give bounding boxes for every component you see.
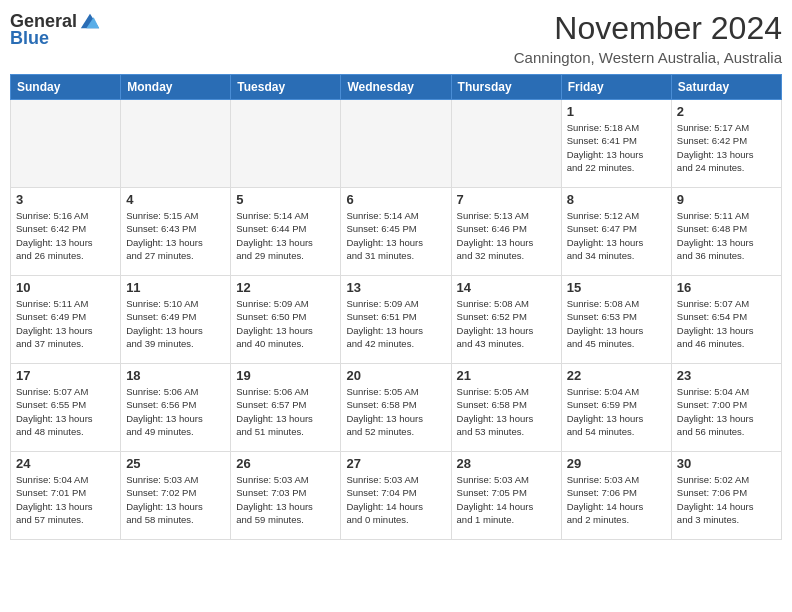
day-info: Sunrise: 5:08 AM Sunset: 6:52 PM Dayligh…	[457, 297, 556, 350]
weekday-header-monday: Monday	[121, 75, 231, 100]
day-number: 12	[236, 280, 335, 295]
calendar-cell: 23Sunrise: 5:04 AM Sunset: 7:00 PM Dayli…	[671, 364, 781, 452]
calendar-table: SundayMondayTuesdayWednesdayThursdayFrid…	[10, 74, 782, 540]
calendar-cell: 15Sunrise: 5:08 AM Sunset: 6:53 PM Dayli…	[561, 276, 671, 364]
calendar-cell: 20Sunrise: 5:05 AM Sunset: 6:58 PM Dayli…	[341, 364, 451, 452]
calendar-cell: 10Sunrise: 5:11 AM Sunset: 6:49 PM Dayli…	[11, 276, 121, 364]
day-number: 29	[567, 456, 666, 471]
calendar-week-row: 17Sunrise: 5:07 AM Sunset: 6:55 PM Dayli…	[11, 364, 782, 452]
day-info: Sunrise: 5:05 AM Sunset: 6:58 PM Dayligh…	[346, 385, 445, 438]
day-number: 27	[346, 456, 445, 471]
calendar-cell: 4Sunrise: 5:15 AM Sunset: 6:43 PM Daylig…	[121, 188, 231, 276]
day-number: 30	[677, 456, 776, 471]
calendar-cell: 3Sunrise: 5:16 AM Sunset: 6:42 PM Daylig…	[11, 188, 121, 276]
day-number: 23	[677, 368, 776, 383]
day-number: 8	[567, 192, 666, 207]
weekday-header-saturday: Saturday	[671, 75, 781, 100]
calendar-cell: 9Sunrise: 5:11 AM Sunset: 6:48 PM Daylig…	[671, 188, 781, 276]
title-block: November 2024 Cannington, Western Austra…	[514, 10, 782, 66]
day-info: Sunrise: 5:09 AM Sunset: 6:50 PM Dayligh…	[236, 297, 335, 350]
calendar-cell: 28Sunrise: 5:03 AM Sunset: 7:05 PM Dayli…	[451, 452, 561, 540]
day-number: 22	[567, 368, 666, 383]
day-info: Sunrise: 5:07 AM Sunset: 6:54 PM Dayligh…	[677, 297, 776, 350]
day-number: 4	[126, 192, 225, 207]
logo-blue-text: Blue	[10, 28, 49, 49]
day-number: 10	[16, 280, 115, 295]
weekday-header-thursday: Thursday	[451, 75, 561, 100]
day-number: 1	[567, 104, 666, 119]
day-number: 5	[236, 192, 335, 207]
calendar-cell: 27Sunrise: 5:03 AM Sunset: 7:04 PM Dayli…	[341, 452, 451, 540]
day-number: 2	[677, 104, 776, 119]
day-info: Sunrise: 5:04 AM Sunset: 6:59 PM Dayligh…	[567, 385, 666, 438]
day-info: Sunrise: 5:14 AM Sunset: 6:45 PM Dayligh…	[346, 209, 445, 262]
calendar-cell: 29Sunrise: 5:03 AM Sunset: 7:06 PM Dayli…	[561, 452, 671, 540]
calendar-cell: 5Sunrise: 5:14 AM Sunset: 6:44 PM Daylig…	[231, 188, 341, 276]
calendar-cell	[11, 100, 121, 188]
day-number: 25	[126, 456, 225, 471]
day-info: Sunrise: 5:10 AM Sunset: 6:49 PM Dayligh…	[126, 297, 225, 350]
calendar-cell: 16Sunrise: 5:07 AM Sunset: 6:54 PM Dayli…	[671, 276, 781, 364]
day-number: 9	[677, 192, 776, 207]
weekday-header-friday: Friday	[561, 75, 671, 100]
day-info: Sunrise: 5:18 AM Sunset: 6:41 PM Dayligh…	[567, 121, 666, 174]
calendar-cell: 13Sunrise: 5:09 AM Sunset: 6:51 PM Dayli…	[341, 276, 451, 364]
day-info: Sunrise: 5:06 AM Sunset: 6:56 PM Dayligh…	[126, 385, 225, 438]
day-number: 21	[457, 368, 556, 383]
calendar-cell: 12Sunrise: 5:09 AM Sunset: 6:50 PM Dayli…	[231, 276, 341, 364]
calendar-header-row: SundayMondayTuesdayWednesdayThursdayFrid…	[11, 75, 782, 100]
calendar-cell	[231, 100, 341, 188]
calendar-cell: 1Sunrise: 5:18 AM Sunset: 6:41 PM Daylig…	[561, 100, 671, 188]
day-number: 15	[567, 280, 666, 295]
weekday-header-tuesday: Tuesday	[231, 75, 341, 100]
day-info: Sunrise: 5:07 AM Sunset: 6:55 PM Dayligh…	[16, 385, 115, 438]
day-number: 11	[126, 280, 225, 295]
calendar-cell	[341, 100, 451, 188]
day-info: Sunrise: 5:16 AM Sunset: 6:42 PM Dayligh…	[16, 209, 115, 262]
day-info: Sunrise: 5:03 AM Sunset: 7:06 PM Dayligh…	[567, 473, 666, 526]
calendar-cell: 25Sunrise: 5:03 AM Sunset: 7:02 PM Dayli…	[121, 452, 231, 540]
day-number: 17	[16, 368, 115, 383]
calendar-cell	[451, 100, 561, 188]
day-number: 14	[457, 280, 556, 295]
calendar-cell: 21Sunrise: 5:05 AM Sunset: 6:58 PM Dayli…	[451, 364, 561, 452]
logo: General Blue	[10, 10, 101, 49]
day-number: 19	[236, 368, 335, 383]
day-info: Sunrise: 5:04 AM Sunset: 7:01 PM Dayligh…	[16, 473, 115, 526]
logo-icon	[79, 10, 101, 32]
page-header: General Blue November 2024 Cannington, W…	[10, 10, 782, 66]
calendar-cell: 26Sunrise: 5:03 AM Sunset: 7:03 PM Dayli…	[231, 452, 341, 540]
day-number: 28	[457, 456, 556, 471]
calendar-cell: 24Sunrise: 5:04 AM Sunset: 7:01 PM Dayli…	[11, 452, 121, 540]
day-info: Sunrise: 5:14 AM Sunset: 6:44 PM Dayligh…	[236, 209, 335, 262]
page: General Blue November 2024 Cannington, W…	[0, 0, 792, 612]
day-info: Sunrise: 5:09 AM Sunset: 6:51 PM Dayligh…	[346, 297, 445, 350]
location-title: Cannington, Western Australia, Australia	[514, 49, 782, 66]
day-info: Sunrise: 5:15 AM Sunset: 6:43 PM Dayligh…	[126, 209, 225, 262]
day-info: Sunrise: 5:03 AM Sunset: 7:02 PM Dayligh…	[126, 473, 225, 526]
day-number: 7	[457, 192, 556, 207]
calendar-cell: 30Sunrise: 5:02 AM Sunset: 7:06 PM Dayli…	[671, 452, 781, 540]
calendar-cell: 8Sunrise: 5:12 AM Sunset: 6:47 PM Daylig…	[561, 188, 671, 276]
day-info: Sunrise: 5:03 AM Sunset: 7:03 PM Dayligh…	[236, 473, 335, 526]
weekday-header-wednesday: Wednesday	[341, 75, 451, 100]
day-info: Sunrise: 5:06 AM Sunset: 6:57 PM Dayligh…	[236, 385, 335, 438]
day-number: 6	[346, 192, 445, 207]
calendar-cell: 6Sunrise: 5:14 AM Sunset: 6:45 PM Daylig…	[341, 188, 451, 276]
day-number: 24	[16, 456, 115, 471]
day-number: 18	[126, 368, 225, 383]
calendar-cell	[121, 100, 231, 188]
day-number: 16	[677, 280, 776, 295]
weekday-header-sunday: Sunday	[11, 75, 121, 100]
day-info: Sunrise: 5:13 AM Sunset: 6:46 PM Dayligh…	[457, 209, 556, 262]
calendar-cell: 17Sunrise: 5:07 AM Sunset: 6:55 PM Dayli…	[11, 364, 121, 452]
day-number: 3	[16, 192, 115, 207]
calendar-cell: 14Sunrise: 5:08 AM Sunset: 6:52 PM Dayli…	[451, 276, 561, 364]
calendar-cell: 19Sunrise: 5:06 AM Sunset: 6:57 PM Dayli…	[231, 364, 341, 452]
day-info: Sunrise: 5:08 AM Sunset: 6:53 PM Dayligh…	[567, 297, 666, 350]
day-info: Sunrise: 5:17 AM Sunset: 6:42 PM Dayligh…	[677, 121, 776, 174]
calendar-cell: 22Sunrise: 5:04 AM Sunset: 6:59 PM Dayli…	[561, 364, 671, 452]
calendar-cell: 2Sunrise: 5:17 AM Sunset: 6:42 PM Daylig…	[671, 100, 781, 188]
day-info: Sunrise: 5:11 AM Sunset: 6:49 PM Dayligh…	[16, 297, 115, 350]
day-info: Sunrise: 5:03 AM Sunset: 7:05 PM Dayligh…	[457, 473, 556, 526]
